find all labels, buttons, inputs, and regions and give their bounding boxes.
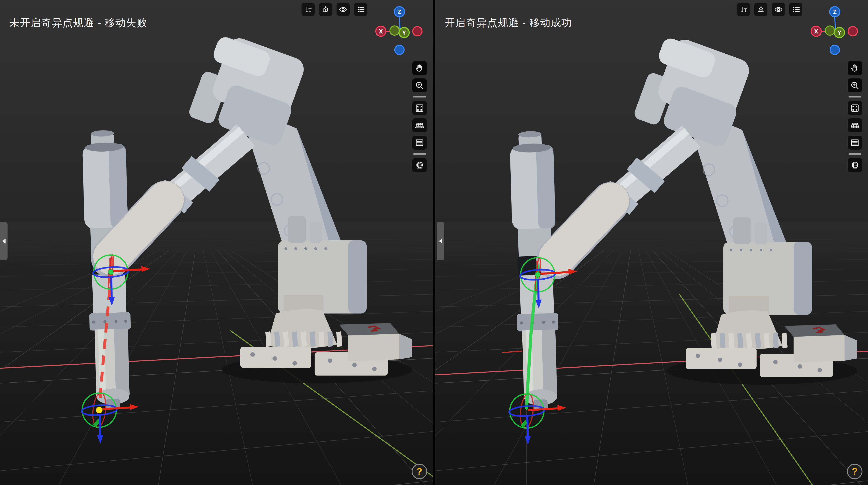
axis-neg-y-ball[interactable] [825, 26, 835, 35]
help-button[interactable]: ? [412, 464, 427, 479]
pan-button[interactable] [848, 61, 862, 75]
axis-neg-z-ball[interactable] [395, 45, 404, 55]
globe-button[interactable] [412, 158, 427, 172]
page-title: 未开启奇异点规避 - 移动失败 [9, 16, 147, 30]
globe-icon [850, 160, 860, 170]
view-toolbar [848, 61, 862, 176]
pan-button[interactable] [412, 61, 427, 75]
panel-divider[interactable] [433, 0, 435, 485]
visibility-button[interactable] [772, 3, 785, 16]
axis-neg-z-ball[interactable] [830, 45, 839, 55]
text-icon [739, 5, 748, 14]
orientation-gizmo[interactable]: Z X Y [807, 0, 868, 58]
zoom-button[interactable] [848, 79, 862, 92]
sidebar-collapse-handle[interactable] [0, 222, 7, 260]
help-label: ? [416, 466, 423, 477]
top-toolbar [737, 3, 802, 16]
zoom-button[interactable] [412, 79, 427, 92]
toolbar-divider [848, 153, 861, 155]
text-labels-button[interactable] [302, 3, 315, 16]
help-label: ? [852, 466, 858, 477]
viewport-panel-left: 未开启奇异点规避 - 移动失败 [0, 0, 433, 485]
chevron-left-icon [2, 239, 5, 243]
zoom-in-icon [415, 81, 425, 90]
model-button[interactable] [754, 3, 768, 16]
fit-view-icon [850, 103, 860, 113]
cube-icon [321, 5, 330, 14]
axis-z-label: Z [833, 9, 837, 15]
fit-view-icon [415, 103, 425, 113]
eye-icon [774, 5, 783, 14]
perspective-grid-icon [415, 121, 425, 130]
panel-rows-button[interactable] [848, 135, 862, 150]
text-labels-button[interactable] [737, 3, 750, 16]
toolbar-divider [413, 153, 426, 155]
zoom-in-icon [850, 81, 860, 90]
viewport-panel-right: 开启奇异点规避 - 移动成功 [435, 0, 868, 485]
cube-icon [756, 5, 766, 14]
model-button[interactable] [319, 3, 332, 16]
orientation-gizmo[interactable]: Z X Y [372, 0, 433, 58]
hand-icon [415, 63, 425, 73]
perspective-grid-button[interactable] [848, 118, 862, 132]
text-icon [304, 5, 313, 14]
list-icon [792, 5, 800, 14]
outline-list-button[interactable] [354, 3, 367, 16]
toolbar-divider [413, 96, 426, 97]
list-icon [356, 5, 365, 14]
axis-x-label: X [814, 28, 818, 35]
rows-icon [850, 138, 860, 148]
rows-icon [415, 138, 425, 148]
globe-icon [415, 160, 425, 170]
axis-z-label: Z [398, 9, 401, 15]
globe-button[interactable] [848, 158, 862, 172]
visibility-button[interactable] [337, 3, 350, 16]
axis-y-label: Y [837, 29, 841, 36]
chevron-left-icon [439, 239, 442, 243]
page-title: 开启奇异点规避 - 移动成功 [445, 16, 572, 30]
outline-list-button[interactable] [789, 3, 802, 16]
axis-x-label: X [379, 28, 383, 35]
fit-view-button[interactable] [412, 101, 427, 115]
viewport-3d-scene[interactable] [435, 0, 868, 485]
axis-neg-x-ball[interactable] [413, 27, 422, 36]
help-button[interactable]: ? [847, 464, 863, 479]
fit-view-button[interactable] [848, 101, 862, 115]
axis-neg-x-ball[interactable] [848, 27, 857, 36]
eye-icon [339, 5, 348, 14]
top-toolbar [302, 3, 367, 16]
perspective-grid-icon [850, 121, 860, 130]
perspective-grid-button[interactable] [412, 118, 427, 132]
hand-icon [850, 63, 860, 73]
axis-neg-y-ball[interactable] [390, 26, 399, 35]
splitter-collapse-handle[interactable] [437, 222, 444, 260]
view-toolbar [412, 61, 427, 176]
panel-rows-button[interactable] [412, 135, 427, 150]
axis-y-label: Y [402, 29, 406, 36]
viewport-3d-scene[interactable] [0, 0, 433, 485]
toolbar-divider [848, 96, 861, 97]
